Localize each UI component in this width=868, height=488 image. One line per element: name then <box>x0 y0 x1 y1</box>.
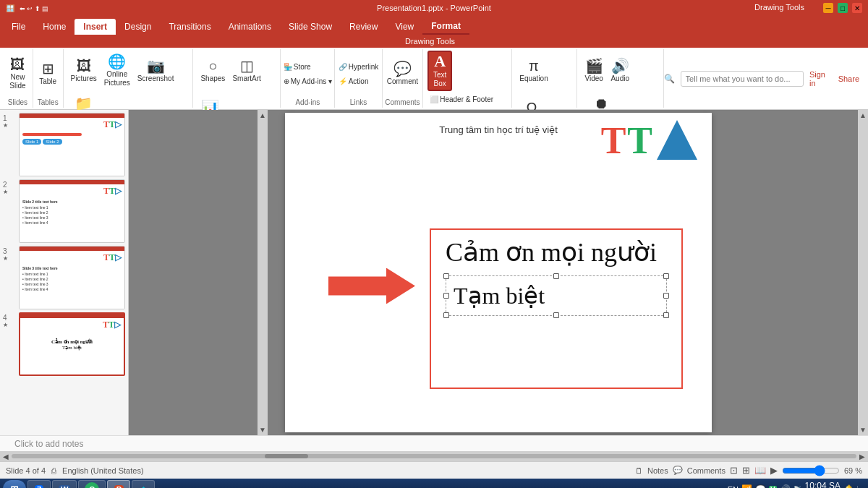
slide-thumb-3[interactable]: 3 ★ T T ▷ Slide 3 title text here • Item… <box>3 246 125 309</box>
tab-animations[interactable]: Animations <box>220 19 280 35</box>
online-pictures-button[interactable]: 🌐 OnlinePictures <box>101 51 133 91</box>
shapes-button[interactable]: ○ Shapes <box>197 51 228 91</box>
action-icon: ⚡ <box>339 77 347 85</box>
start-button[interactable]: ⊞ <box>3 480 26 488</box>
ribbon-group-images: 🖼 Pictures 🌐 OnlinePictures 📷 Screenshot… <box>64 49 194 108</box>
audio-button[interactable]: 🔊 Audio <box>608 51 632 91</box>
slide-image-4: T T ▷ Cảm ơn mọi người Tạm biệt <box>19 312 125 376</box>
search-input[interactable] <box>681 71 804 87</box>
tab-transitions[interactable]: Transitions <box>160 19 219 35</box>
view-slideshow-icon[interactable]: ▶ <box>770 465 778 476</box>
close-button[interactable]: ✕ <box>852 3 862 13</box>
slide-thumb-2[interactable]: 2 ★ T T ▷ Slide 2 title text here • Item… <box>3 179 125 243</box>
maximize-button[interactable]: □ <box>838 3 848 13</box>
ribbon-group-addins: 🏪 Store ⊕ My Add-ins ▾ Add-ins <box>281 49 335 108</box>
show-desktop-icon[interactable]: □ <box>857 486 865 489</box>
scroll-right-icon[interactable]: ▶ <box>859 453 865 461</box>
horizontal-scrollbar: ◀ ▶ <box>0 451 868 461</box>
handle-ml <box>443 293 449 299</box>
addins-icon: ⊕ <box>284 77 289 85</box>
notes-label[interactable]: Notes <box>647 466 668 475</box>
action-button[interactable]: ⚡ Action <box>336 74 381 87</box>
table-button[interactable]: ⊞ Table <box>35 53 60 94</box>
text-line2: Tạm biệt <box>454 279 659 312</box>
taskbar-diamond-app[interactable]: ◆ <box>132 480 155 488</box>
share-button[interactable]: Share <box>838 74 859 83</box>
right-scroll-down[interactable]: ▼ <box>858 424 868 435</box>
scroll-down-icon[interactable]: ▼ <box>258 424 268 435</box>
pictures-button[interactable]: 🖼 Pictures <box>68 51 100 91</box>
volume-icon: 🔊 <box>780 484 791 488</box>
view-normal-icon[interactable]: ⊡ <box>730 465 738 476</box>
zoom-slider[interactable] <box>782 465 840 476</box>
tab-view[interactable]: View <box>386 19 422 35</box>
signin-link[interactable]: Sign in <box>809 70 833 87</box>
comments-label[interactable]: Comments <box>687 466 726 475</box>
shapes-icon: ○ <box>208 59 217 73</box>
window-controls: Drawing Tools ─ □ ✕ <box>754 3 862 13</box>
notification-icon[interactable]: 🔔 <box>843 484 854 488</box>
svg-marker-0 <box>328 268 415 304</box>
tab-insert[interactable]: Insert <box>75 19 116 35</box>
scroll-up-icon[interactable]: ▲ <box>258 110 268 121</box>
handle-tm <box>553 273 559 279</box>
language: English (United States) <box>62 466 144 475</box>
equation-icon: π <box>529 59 539 73</box>
comment-button[interactable]: 💬 Comment <box>384 53 421 94</box>
v-icon: V <box>769 486 777 489</box>
video-button[interactable]: 🎬 Video <box>582 51 606 91</box>
smartart-button[interactable]: ◫ SmartArt <box>229 51 263 91</box>
zalo-icon: Z <box>35 485 44 488</box>
notes-bar[interactable]: Click to add notes <box>0 435 868 451</box>
view-reading-icon[interactable]: 📖 <box>754 465 766 476</box>
handle-mr <box>663 293 669 299</box>
minimize-button[interactable]: ─ <box>823 3 833 13</box>
screen-recording-icon: ⏺ <box>594 96 608 111</box>
tab-file[interactable]: File <box>3 19 34 35</box>
slide-thumb-1[interactable]: 1 ★ T T ▷ Slide 1 Slide 2 <box>3 113 125 176</box>
scroll-left-icon[interactable]: ◀ <box>3 453 9 461</box>
new-slide-button[interactable]: 🖼 NewSlide <box>5 53 30 94</box>
screenshot-button[interactable]: 📷 Screenshot <box>135 51 177 91</box>
comments-group-label: Comments <box>385 97 420 106</box>
window-title: Presentation1.pptx - PowerPoint <box>377 4 491 12</box>
text-box-outer: Cảm ơn mọi người Tạm biệt <box>430 228 683 389</box>
hyperlink-button[interactable]: 🔗 Hyperlink <box>336 60 381 73</box>
addins-group-label: Add-ins <box>295 97 320 106</box>
tab-review[interactable]: Review <box>341 19 386 35</box>
textbox-button[interactable]: A TextBox <box>427 51 452 91</box>
red-arrow <box>328 268 415 307</box>
equation-button[interactable]: π Equation <box>516 51 550 91</box>
slide-star-3: ★ <box>3 255 8 262</box>
header-footer-icon: ⬜ <box>430 95 438 103</box>
table-icon: ⊞ <box>42 61 54 76</box>
taskbar-zalo[interactable]: Z <box>27 480 51 488</box>
links-group-label: Links <box>350 97 367 106</box>
taskbar-green-app[interactable]: G <box>78 480 106 488</box>
online-pictures-icon: 🌐 <box>108 54 126 69</box>
tab-slideshow[interactable]: Slide Show <box>280 19 341 35</box>
store-button[interactable]: 🏪 Store <box>281 60 334 73</box>
slide-star-2: ★ <box>3 189 8 195</box>
taskbar-clock: 10:04 SA 10/02/17 <box>805 481 841 489</box>
view-slide-sorter-icon[interactable]: ⊞ <box>742 465 750 476</box>
left-scroll: ▲ ▼ <box>258 110 268 435</box>
my-addins-button[interactable]: ⊕ My Add-ins ▾ <box>281 74 334 87</box>
status-bar: Slide 4 of 4 ⎙ English (United States) 🗒… <box>0 461 868 479</box>
tab-design[interactable]: Design <box>116 19 160 35</box>
taskbar-powerpoint[interactable]: P <box>107 480 130 488</box>
search-icon: 🔍 <box>664 74 675 84</box>
word-icon: W <box>59 485 70 488</box>
photo-album-icon: 📁 <box>75 96 93 111</box>
ribbon-group-comments: 💬 Comment Comments <box>383 49 424 108</box>
language-indicator: EN <box>728 485 739 488</box>
taskbar-word[interactable]: W <box>52 480 77 488</box>
add-notes-text: Click to add notes <box>14 439 83 449</box>
right-scroll-up[interactable]: ▲ <box>858 110 868 121</box>
tab-home[interactable]: Home <box>34 19 75 35</box>
tab-format[interactable]: Format <box>422 19 469 35</box>
header-footer-button[interactable]: ⬜ Header & Footer <box>427 93 495 106</box>
ribbon: 🖼 NewSlide Slides ⊞ Table Tables 🖼 Pictu… <box>0 48 868 110</box>
slide-thumb-4[interactable]: 4 ★ T T ▷ Cảm ơn mọi người Tạm biệt <box>3 312 125 376</box>
handle-tl <box>443 273 449 279</box>
